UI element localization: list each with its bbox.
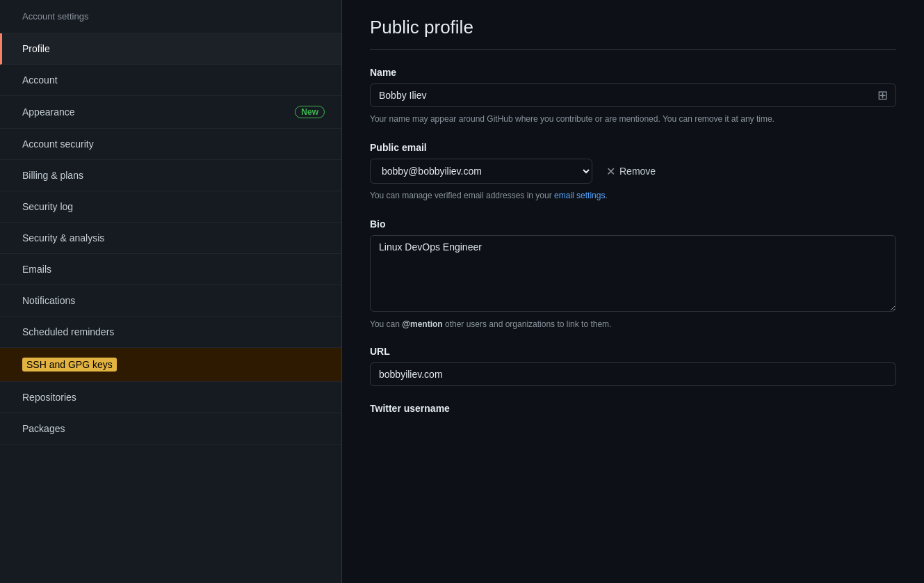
bio-help-before: You can bbox=[370, 319, 402, 329]
public-email-label: Public email bbox=[370, 142, 896, 153]
sidebar-item-label-ssh-gpg: SSH and GPG keys bbox=[22, 358, 117, 372]
sidebar-header: Account settings bbox=[0, 0, 341, 33]
sidebar-item-packages[interactable]: Packages bbox=[0, 413, 341, 445]
bio-help-text: You can @mention other users and organiz… bbox=[370, 319, 896, 329]
remove-email-label: Remove bbox=[619, 166, 656, 177]
sidebar-item-appearance[interactable]: AppearanceNew bbox=[0, 96, 341, 129]
sidebar-header-label: Account settings bbox=[22, 11, 88, 22]
sidebar-item-account[interactable]: Account bbox=[0, 65, 341, 96]
sidebar-item-label-packages: Packages bbox=[22, 423, 65, 434]
sidebar-item-label-scheduled-reminders: Scheduled reminders bbox=[22, 326, 114, 337]
bio-help-after: other users and organizations to link to… bbox=[443, 319, 612, 329]
sidebar-item-label-account: Account bbox=[22, 74, 58, 86]
name-label: Name bbox=[370, 67, 896, 78]
public-email-section: Public email bobby@bobbyiliev.com ✕ Remo… bbox=[370, 142, 896, 202]
twitter-label: Twitter username bbox=[370, 403, 896, 414]
sidebar-item-label-notifications: Notifications bbox=[22, 295, 75, 306]
sidebar-item-label-appearance: Appearance bbox=[22, 106, 75, 118]
section-divider bbox=[370, 49, 896, 50]
email-settings-link[interactable]: email settings bbox=[554, 191, 605, 200]
sidebar-item-label-security-log: Security log bbox=[22, 201, 73, 212]
sidebar-item-label-repositories: Repositories bbox=[22, 392, 76, 403]
card-icon: ⊞ bbox=[877, 88, 888, 103]
bio-label: Bio bbox=[370, 218, 896, 230]
url-input[interactable] bbox=[370, 362, 896, 386]
sidebar-item-scheduled-reminders[interactable]: Scheduled reminders bbox=[0, 317, 341, 348]
sidebar-item-label-emails: Emails bbox=[22, 264, 51, 275]
main-content: Public profile Name ⊞ Your name may appe… bbox=[342, 0, 924, 583]
sidebar-item-account-security[interactable]: Account security bbox=[0, 129, 341, 160]
remove-x-icon: ✕ bbox=[606, 165, 615, 178]
sidebar-item-notifications[interactable]: Notifications bbox=[0, 285, 341, 317]
name-input-wrapper: ⊞ bbox=[370, 83, 896, 107]
email-select[interactable]: bobby@bobbyiliev.com bbox=[370, 159, 592, 184]
sidebar-item-badge-appearance: New bbox=[295, 106, 325, 118]
mention-text: @mention bbox=[402, 319, 442, 329]
sidebar-item-billing[interactable]: Billing & plans bbox=[0, 160, 341, 191]
email-help-text: You can manage verified email addresses … bbox=[370, 189, 896, 202]
bio-textarea[interactable]: Linux DevOps Engineer bbox=[370, 235, 896, 312]
name-input[interactable] bbox=[370, 83, 896, 107]
email-help-before: You can manage verified email addresses … bbox=[370, 191, 554, 200]
name-section: Name ⊞ Your name may appear around GitHu… bbox=[370, 67, 896, 125]
sidebar-item-label-security-analysis: Security & analysis bbox=[22, 232, 104, 243]
url-label: URL bbox=[370, 346, 896, 357]
url-section: URL bbox=[370, 346, 896, 386]
name-help-text: Your name may appear around GitHub where… bbox=[370, 113, 896, 125]
sidebar-item-profile[interactable]: Profile bbox=[0, 33, 341, 65]
sidebar-item-ssh-gpg[interactable]: SSH and GPG keys bbox=[0, 348, 341, 382]
sidebar-item-repositories[interactable]: Repositories bbox=[0, 382, 341, 413]
sidebar: Account settings ProfileAccountAppearanc… bbox=[0, 0, 342, 583]
sidebar-item-label-account-security: Account security bbox=[22, 138, 94, 150]
twitter-section: Twitter username bbox=[370, 403, 896, 414]
sidebar-item-security-log[interactable]: Security log bbox=[0, 191, 341, 223]
page-title: Public profile bbox=[370, 17, 896, 38]
email-help-after: . bbox=[605, 191, 607, 200]
email-row: bobby@bobbyiliev.com ✕ Remove bbox=[370, 159, 896, 184]
bio-section: Bio Linux DevOps Engineer You can @menti… bbox=[370, 218, 896, 329]
sidebar-item-security-analysis[interactable]: Security & analysis bbox=[0, 223, 341, 254]
sidebar-item-emails[interactable]: Emails bbox=[0, 254, 341, 285]
sidebar-item-label-profile: Profile bbox=[22, 43, 50, 54]
sidebar-item-label-billing: Billing & plans bbox=[22, 170, 83, 181]
remove-email-button[interactable]: ✕ Remove bbox=[601, 162, 661, 181]
